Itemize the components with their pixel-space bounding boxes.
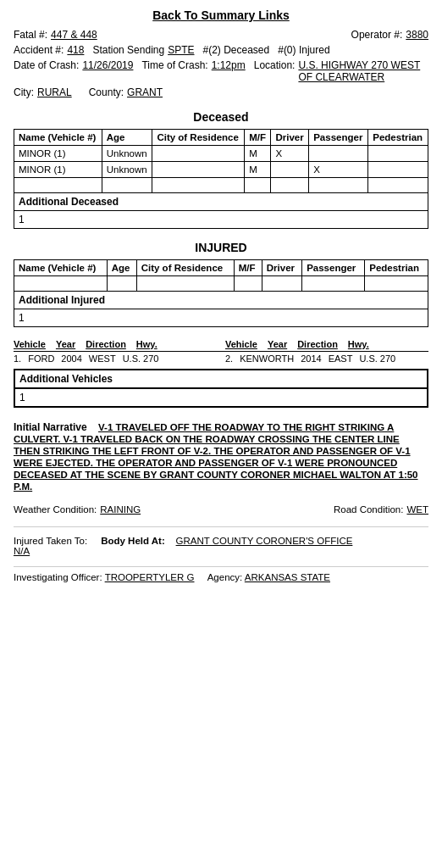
location-field: Location: U.S. HIGHWAY 270 WEST OF CLEAR…: [254, 59, 428, 83]
date-field: Date of Crash: 11/26/2019: [14, 59, 133, 83]
accident-field: Accident #: 418: [14, 44, 84, 56]
veh-h-direction2: Direction: [297, 339, 338, 349]
col-pedestrian: Pedestrian: [368, 130, 428, 146]
additional-deceased-box: Additional Deceased 1: [14, 193, 428, 229]
vehicles-col2-header: Vehicle Year Direction Hwy.: [225, 339, 428, 349]
injured-table: Name (Vehicle #) Age City of Residence M…: [14, 259, 428, 292]
inj-col-mf: M/F: [234, 260, 262, 276]
v2-year: 2014: [301, 353, 321, 364]
header-row-3: Date of Crash: 11/26/2019 Time of Crash:…: [14, 59, 428, 83]
road-label: Road Condition:: [334, 504, 403, 515]
date-label: Date of Crash:: [14, 59, 79, 71]
station-field: Station Sending SPTE: [92, 44, 194, 56]
fatal-label: Fatal #:: [14, 29, 47, 41]
narrative-label: Initial Narrative: [14, 421, 87, 433]
body-held-section: Body Held At: GRANT COUNTY CORONER'S OFF…: [101, 536, 428, 556]
narrative-text: V-1 TRAVELED OFF THE ROADWAY TO THE RIGH…: [14, 422, 418, 492]
deceased-label: #(2) Deceased: [202, 44, 269, 56]
row2-passenger: X: [309, 162, 368, 178]
agency-value: ARKANSAS STATE: [245, 572, 330, 582]
row1-mf: M: [245, 146, 271, 162]
row2-mf: M: [245, 162, 271, 178]
vehicle2-entry: 2. KENWORTH 2014 EAST U.S. 270: [225, 353, 428, 364]
body-held-label: Body Held At:: [101, 536, 165, 546]
injured-label: #(0) Injured: [278, 44, 329, 56]
table-row-empty: [14, 178, 428, 193]
veh-h-vehicle2: Vehicle: [225, 339, 257, 349]
bottom-section: Injured Taken To: N/A Body Held At: GRAN…: [14, 526, 428, 556]
weather-label: Weather Condition:: [14, 504, 97, 515]
row1-city: [152, 146, 245, 162]
inj-col-name: Name (Vehicle #): [14, 260, 108, 276]
weather-condition: Weather Condition: RAINING: [14, 504, 141, 515]
col-mf: M/F: [245, 130, 271, 146]
deceased-section-title: Deceased: [14, 110, 428, 124]
deceased-table-header: Name (Vehicle #) Age City of Residence M…: [14, 130, 428, 146]
inj-col-age: Age: [107, 260, 136, 276]
row1-name: MINOR (1): [14, 146, 102, 162]
injured-taken-label: Injured Taken To:: [14, 536, 87, 546]
deceased-field: #(2) Deceased: [202, 44, 269, 56]
additional-vehicles-value: 1: [15, 389, 427, 406]
veh-h-year1: Year: [56, 339, 75, 349]
time-field: Time of Crash: 1:12pm: [141, 59, 245, 83]
city-field: City: RURAL: [14, 86, 72, 98]
agency-label: Agency:: [207, 572, 243, 582]
inj-col-passenger: Passenger: [302, 260, 365, 276]
additional-injured-value: 1: [14, 309, 428, 326]
col-city: City of Residence: [152, 130, 245, 146]
road-value: WET: [406, 504, 428, 515]
row1-driver: X: [271, 146, 309, 162]
v1-direction: WEST: [89, 353, 116, 364]
injured-taken-value: N/A: [14, 546, 30, 556]
col-age: Age: [102, 130, 152, 146]
additional-deceased-label: Additional Deceased: [14, 193, 428, 211]
operator-value: 3880: [406, 29, 428, 41]
v2-hwy: U.S. 270: [359, 353, 395, 364]
inj-col-driver: Driver: [262, 260, 301, 276]
vehicles-data-row: 1. FORD 2004 WEST U.S. 270 2. KENWORTH 2…: [14, 353, 428, 364]
v2-make: KENWORTH: [240, 353, 294, 364]
inj-col-pedestrian: Pedestrian: [365, 260, 428, 276]
conditions-row: Weather Condition: RAINING Road Conditio…: [14, 504, 428, 515]
county-value: GRANT: [127, 86, 163, 98]
row2-age: Unknown: [102, 162, 152, 178]
v2-num: 2.: [225, 353, 233, 364]
table-row: MINOR (1) Unknown M X: [14, 162, 428, 178]
veh-h-hwy1: Hwy.: [136, 339, 157, 349]
city-label: City:: [14, 86, 34, 98]
vehicles-header: Vehicle Year Direction Hwy. Vehicle Year…: [14, 339, 428, 352]
additional-vehicles-box: Additional Vehicles 1: [14, 369, 428, 408]
location-label: Location:: [254, 59, 296, 71]
operator-field: Operator #: 3880: [351, 29, 428, 41]
officer-value: TROOPERTYLER G: [105, 572, 195, 582]
v1-make: FORD: [28, 353, 54, 364]
table-row: MINOR (1) Unknown M X: [14, 146, 428, 162]
row1-passenger: [309, 146, 368, 162]
v2-direction: EAST: [329, 353, 353, 364]
table-row-empty: [14, 276, 428, 292]
time-value: 1:12pm: [212, 59, 246, 71]
col-driver: Driver: [271, 130, 309, 146]
veh-h-year2: Year: [268, 339, 287, 349]
row1-age: Unknown: [102, 146, 152, 162]
additional-deceased-value: 1: [14, 211, 428, 228]
accident-label: Accident #:: [14, 44, 64, 56]
officer-label: Investigating Officer:: [14, 572, 102, 582]
header-row-4: City: RURAL County: GRANT: [14, 86, 428, 98]
additional-vehicles-label: Additional Vehicles: [15, 370, 427, 389]
time-label: Time of Crash:: [141, 59, 207, 71]
row2-name: MINOR (1): [14, 162, 102, 178]
injured-field: #(0) Injured: [278, 44, 329, 56]
weather-value: RAINING: [100, 504, 141, 515]
injured-taken-section: Injured Taken To: N/A: [14, 536, 87, 556]
header-row-1: Fatal #: 447 & 448 Operator #: 3880: [14, 29, 428, 41]
col-passenger: Passenger: [309, 130, 368, 146]
station-value: SPTE: [168, 44, 194, 56]
veh-h-direction1: Direction: [86, 339, 126, 349]
vehicles-col1-header: Vehicle Year Direction Hwy.: [14, 339, 217, 349]
v1-num: 1.: [14, 353, 21, 364]
injured-table-header: Name (Vehicle #) Age City of Residence M…: [14, 260, 428, 276]
accident-value: 418: [67, 44, 84, 56]
back-link[interactable]: Back To Summary Links: [14, 8, 428, 22]
